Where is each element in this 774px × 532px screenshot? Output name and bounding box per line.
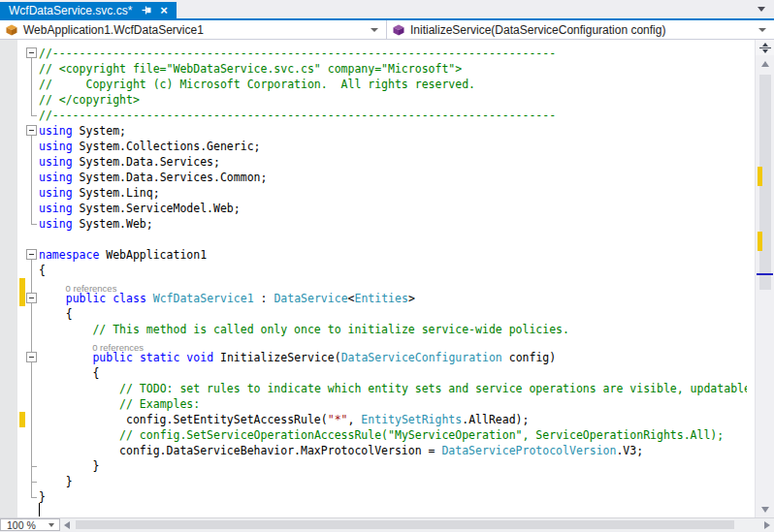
zoom-dropdown[interactable]: 100 %	[0, 518, 60, 531]
types-dropdown[interactable]: WebApplication1.WcfDataService1	[0, 20, 387, 39]
code-line: // This method is called only once to in…	[0, 322, 747, 337]
code-line: //--------------------------------------…	[0, 46, 747, 61]
fold-end-tick	[31, 482, 37, 483]
member-selector-label: InitializeService(DataServiceConfigurati…	[410, 23, 665, 37]
members-dropdown[interactable]: InitializeService(DataServiceConfigurati…	[387, 20, 774, 39]
text-caret	[39, 503, 40, 516]
scrollbar-change-mark	[758, 167, 762, 186]
codelens-row: 0 references	[0, 278, 747, 291]
tab-wcfdataservice[interactable]: WcfDataService.svc.cs* ×	[0, 2, 177, 18]
codelens-row: 0 references	[0, 337, 747, 350]
chevron-down-icon	[758, 28, 766, 32]
vs-document-window: WcfDataService.svc.cs* × WebAp	[0, 0, 774, 532]
code-line: using System.Data.Services.Common;	[0, 170, 747, 185]
code-editor[interactable]: //--------------------------------------…	[0, 40, 774, 517]
fold-toggle-icon[interactable]	[26, 125, 37, 136]
code-line: {	[0, 365, 747, 381]
code-area[interactable]: //--------------------------------------…	[0, 46, 747, 517]
scrollbar-caret-mark	[757, 273, 773, 275]
fold-toggle-icon[interactable]	[26, 293, 37, 303]
code-line: using System.Data.Services;	[0, 154, 747, 170]
code-line: {	[0, 263, 747, 278]
pin-icon[interactable]	[142, 5, 152, 16]
horizontal-scroll-thumb[interactable]	[76, 520, 734, 529]
code-line: // </copyright>	[0, 92, 747, 108]
method-icon	[392, 23, 405, 37]
chevron-down-icon	[48, 523, 54, 527]
fold-toggle-icon[interactable]	[26, 352, 37, 362]
code-line	[0, 505, 747, 517]
code-line: config.SetEntitySetAccessRule("*", Entit…	[0, 412, 747, 427]
code-line: // config.SetServiceOperationAccessRule(…	[0, 427, 747, 443]
code-line: }	[0, 474, 747, 489]
fold-end-tick	[31, 497, 37, 498]
change-marker	[19, 291, 25, 306]
fold-end-tick	[31, 115, 37, 116]
fold-toggle-icon[interactable]	[26, 249, 37, 260]
change-marker	[19, 278, 25, 291]
type-selector-label: WebApplication1.WcfDataService1	[23, 23, 204, 37]
code-line: using System.ServiceModel.Web;	[0, 201, 747, 216]
code-line	[0, 232, 747, 247]
code-line: {	[0, 306, 747, 322]
code-line: using System;	[0, 123, 747, 139]
code-line: }	[0, 489, 747, 505]
code-line: using System.Collections.Generic;	[0, 139, 747, 154]
code-line: config.DataServiceBehavior.MaxProtocolVe…	[0, 443, 747, 458]
change-marker	[19, 412, 25, 427]
code-line: //--------------------------------------…	[0, 108, 747, 123]
navigation-bar: WebApplication1.WcfDataService1 Initiali…	[0, 20, 774, 40]
splitter-grip-icon[interactable]	[756, 40, 774, 55]
fold-end-tick	[31, 224, 37, 225]
code-line: // TODO: set rules to indicate which ent…	[0, 381, 747, 396]
tab-title: WcfDataService.svc.cs*	[9, 4, 132, 17]
scroll-left-button[interactable]	[64, 521, 70, 529]
vertical-scrollbar[interactable]	[755, 40, 774, 517]
fold-end-tick	[31, 466, 37, 467]
close-icon[interactable]: ×	[160, 4, 168, 16]
tab-bar: WcfDataService.svc.cs* ×	[0, 0, 774, 18]
chevron-down-icon	[371, 28, 378, 32]
scroll-right-button[interactable]	[764, 521, 770, 529]
code-line: public static void InitializeService(Dat…	[0, 350, 747, 365]
editor-bottom-bar: 100 %	[0, 517, 774, 531]
code-line: // Examples:	[0, 396, 747, 412]
scrollbar-change-mark	[758, 232, 762, 251]
scroll-down-button[interactable]	[756, 501, 774, 517]
code-line: // <copyright file="WebDataService.svc.c…	[0, 61, 747, 77]
fold-toggle-icon[interactable]	[26, 47, 37, 58]
code-line: using System.Web;	[0, 216, 747, 232]
code-line: using System.Linq;	[0, 185, 747, 201]
tab-list-dropdown-icon[interactable]	[758, 7, 765, 12]
code-line: namespace WebApplication1	[0, 247, 747, 263]
code-line: // Copyright (c) Microsoft Corporation. …	[0, 77, 747, 92]
horizontal-scrollbar[interactable]	[76, 518, 747, 531]
zoom-level-label: 100 %	[1, 519, 48, 531]
class-icon	[5, 23, 18, 37]
scroll-up-button[interactable]	[756, 55, 774, 72]
code-line: }	[0, 458, 747, 474]
code-line: public class WcfDataService1 : DataServi…	[0, 291, 747, 306]
